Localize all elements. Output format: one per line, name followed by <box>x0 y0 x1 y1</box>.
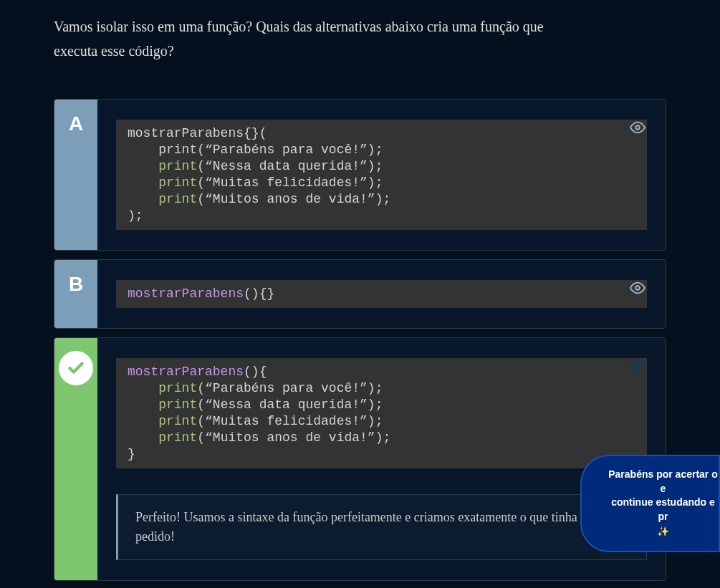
code-text: (“Nessa data querida!”); <box>197 159 383 173</box>
print-keyword: print <box>158 414 197 428</box>
svg-point-0 <box>635 125 640 130</box>
indent <box>128 397 158 412</box>
option-a-body: mostrarParabens{}( print(“Parabéns para … <box>97 100 666 250</box>
success-toast: Parabéns por acertar o e continue estuda… <box>580 455 720 552</box>
option-b-label: B <box>54 260 97 328</box>
code-line: } <box>128 447 135 461</box>
option-b[interactable]: B mostrarParabens(){} <box>54 259 666 329</box>
svg-point-2 <box>635 364 640 368</box>
code-text: (“Parabéns para você!”); <box>197 381 383 395</box>
code-c: mostrarParabens(){ print(“Parabéns para … <box>116 358 647 468</box>
code-text: (){} <box>244 286 274 301</box>
print-keyword: print <box>158 192 197 206</box>
indent <box>128 192 158 206</box>
feedback-text: Perfeito! Usamos a sintaxe da função per… <box>116 494 647 560</box>
option-b-body: mostrarParabens(){} <box>97 260 666 328</box>
sparkle-icon: ✨ <box>608 525 719 539</box>
question-text: Vamos isolar isso em uma função? Quais d… <box>54 14 555 63</box>
code-a: mostrarParabens{}( print(“Parabéns para … <box>116 120 647 230</box>
print-keyword: print <box>158 175 197 190</box>
indent <box>128 175 158 190</box>
option-a[interactable]: A mostrarParabens{}( print(“Parabéns par… <box>54 99 666 251</box>
fn-name: mostrarParabens <box>128 365 244 379</box>
code-text: (“Nessa data querida!”); <box>197 397 383 412</box>
code-line: ); <box>128 208 143 223</box>
indent <box>128 159 158 173</box>
option-c-body: mostrarParabens(){ print(“Parabéns para … <box>97 338 666 580</box>
toast-line1: Parabéns por acertar o e <box>608 468 718 494</box>
code-text: (“Muitos anos de vida!”); <box>197 192 390 206</box>
code-line: mostrarParabens{}( <box>128 126 267 140</box>
indent <box>128 430 158 445</box>
print-keyword: print <box>158 159 197 173</box>
code-text: (“Muitas felicidades!”); <box>197 414 383 428</box>
print-keyword: print <box>158 397 197 412</box>
code-text: (“Muitas felicidades!”); <box>197 175 383 190</box>
code-text: (“Muitos anos de vida!”); <box>197 430 390 445</box>
code-text: (){ <box>244 365 267 379</box>
print-keyword: print <box>158 430 197 445</box>
indent <box>128 381 158 395</box>
option-c[interactable]: mostrarParabens(){ print(“Parabéns para … <box>54 337 666 581</box>
fn-name: mostrarParabens <box>128 286 244 301</box>
eye-icon[interactable] <box>630 120 645 138</box>
eye-icon[interactable] <box>630 280 645 299</box>
toast-line2: continue estudando e pr <box>611 496 715 522</box>
print-keyword: print <box>158 381 197 395</box>
code-b: mostrarParabens(){} <box>116 280 647 308</box>
check-icon <box>59 351 93 385</box>
option-a-label: A <box>54 100 97 250</box>
eye-icon[interactable] <box>630 358 645 377</box>
code-line: print(“Parabéns para você!”); <box>128 143 383 157</box>
svg-point-1 <box>635 286 640 290</box>
option-c-label <box>54 338 97 580</box>
indent <box>128 414 158 428</box>
